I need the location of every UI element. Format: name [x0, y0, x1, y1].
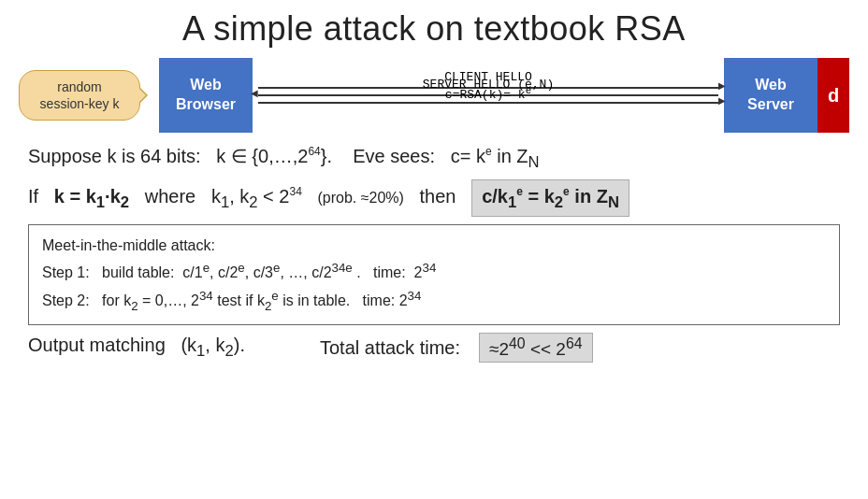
suppose-line: Suppose k is 64 bits: k ∈ {0,…,264}. Eve… — [28, 142, 840, 174]
k-expression: k = k1·k2 — [54, 186, 129, 207]
suppose-text: Suppose k is 64 bits: k ∈ {0,…,264}. Eve… — [28, 146, 540, 166]
web-browser-box: WebBrowser — [159, 58, 253, 133]
arrow-3-label: c=RSA(k)= ke — [258, 85, 718, 102]
attack-title: Meet-in-the-middle attack: — [42, 233, 826, 258]
result-highlight: c/k1e = k2e in ZN — [471, 179, 629, 217]
prob-text: (prob. ≈20%) — [318, 190, 404, 206]
arrow-3: c=RSA(k)= ke — [258, 102, 718, 104]
step1-line: Step 1: build table: c/1e, c/2e, c/3e, …… — [42, 258, 826, 286]
if-text: If k = k1·k2 where k1, k2 < 234 (prob. ≈… — [28, 186, 629, 207]
if-line: If k = k1·k2 where k1, k2 < 234 (prob. ≈… — [28, 179, 840, 217]
diagram: random session-key k WebBrowser CLIENT H… — [19, 58, 849, 133]
web-browser-label: WebBrowser — [176, 76, 236, 115]
total-result-box: ≈240 << 264 — [479, 333, 593, 363]
secret-label: d — [828, 85, 839, 107]
attack-box: Meet-in-the-middle attack: Step 1: build… — [28, 224, 840, 325]
secret-box: d — [817, 58, 849, 133]
total-text: Total attack time: — [320, 337, 460, 359]
bubble-text: random session-key k — [40, 79, 120, 111]
step2-line: Step 2: for k2 = 0,…, 234 test if k2e is… — [42, 286, 826, 317]
web-server-label: WebServer — [747, 76, 794, 115]
arrow-3-line — [258, 102, 718, 104]
speech-bubble: random session-key k — [19, 70, 140, 121]
output-text: Output matching (k1, k2). — [28, 335, 245, 361]
page-title: A simple attack on textbook RSA — [19, 9, 849, 49]
web-server-box: WebServer — [724, 58, 817, 133]
content-area: Suppose k is 64 bits: k ∈ {0,…,264}. Eve… — [19, 142, 849, 363]
output-line: Output matching (k1, k2). Total attack t… — [28, 333, 840, 363]
arrows-column: CLIENT HELLO SERVER HELLO (e,N) c=RSA(k)… — [253, 84, 724, 107]
arrow-row-3: c=RSA(k)= ke — [258, 102, 718, 104]
slide: A simple attack on textbook RSA random s… — [0, 0, 868, 499]
